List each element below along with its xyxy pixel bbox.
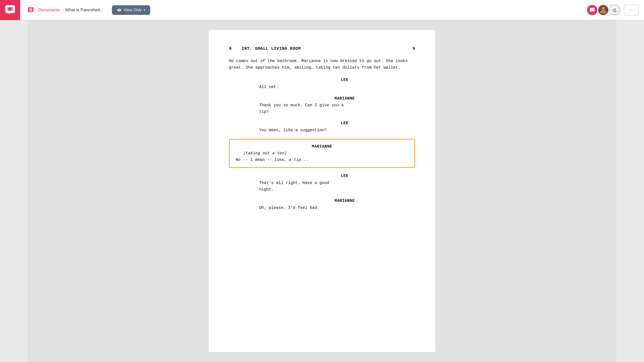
navbar: Documents › What is Parentheti.. View On… [0,0,644,20]
left-sidebar [0,20,28,362]
breadcrumb-current-doc: What is Parentheti.. [65,8,102,13]
dialogue-text-lee-1: All set. [259,84,360,90]
scene-number-right: 9 [413,45,415,52]
dialogue-text-lee-3: That's all right. Have a goodnight. [259,180,360,193]
scene-number-left: 9 [229,45,231,52]
character-name-marianne-highlighted: MARIANNE [236,144,408,150]
dialogue-block-3: LEE That's all right. Have a goodnight. [229,173,415,193]
character-name-lee-2: LEE [274,120,415,127]
parenthetical-taking-out-ten: (taking out a ten) [243,150,324,157]
breadcrumb-chevron: › [62,8,63,12]
view-only-button[interactable]: View Only ▾ [112,5,150,15]
breadcrumb: Documents › What is Parentheti.. [38,8,102,13]
avatar-user1 [587,5,597,15]
add-user-button[interactable] [609,5,619,15]
dialogue-text-marianne-highlighted: No -- I mean -- like, a tip... [236,157,408,163]
character-name-lee-1: LEE [274,77,415,83]
nav-left: Documents › What is Parentheti.. View On… [25,5,150,16]
dialogue-text-marianne-1: Thank you so much. Can I give you atip? [259,102,360,115]
app-logo [0,0,20,20]
action-block: He comes out of the bathroom. Marianne i… [229,58,410,71]
character-name-marianne-2: MARIANNE [274,198,415,204]
nav-right: ··· [585,4,639,16]
scene-heading-line: 9 INT. SMALL LIVING ROOM 9 [229,45,415,52]
character-name-lee-3: LEE [274,173,415,179]
view-only-chevron-icon: ▾ [144,8,145,12]
breadcrumb-documents-link[interactable]: Documents [38,8,60,13]
action-text: He comes out of the bathroom. Marianne i… [229,59,408,70]
nav-message-button[interactable] [25,5,36,16]
avatar-group [585,4,621,16]
dialogue-block-2: LEE You mean, like a suggestion? [229,120,415,133]
highlighted-dialogue-block: MARIANNE (taking out a ten) No -- I mean… [229,139,415,168]
svg-point-3 [601,7,605,10]
document-area: 9 INT. SMALL LIVING ROOM 9 He comes out … [28,20,616,362]
main-layout: 9 INT. SMALL LIVING ROOM 9 He comes out … [0,20,644,362]
right-sidebar [616,20,644,362]
scene-heading-text: INT. SMALL LIVING ROOM [242,45,413,52]
more-options-button[interactable]: ··· [624,5,639,16]
avatar-user2 [598,5,608,15]
dialogue-block-4: MARIANNE Oh, please. I'd feel bad. [229,198,415,211]
dialogue-block-1: MARIANNE Thank you so much. Can I give y… [229,96,415,115]
dialogue-block-0: LEE All set. [229,77,415,90]
screenplay-page: 9 INT. SMALL LIVING ROOM 9 He comes out … [209,30,435,352]
dialogue-text-marianne-2: Oh, please. I'd feel bad. [259,205,360,211]
character-name-marianne-1: MARIANNE [274,96,415,102]
view-only-label: View Only [124,8,142,12]
dialogue-text-lee-2: You mean, like a suggestion? [259,127,360,134]
